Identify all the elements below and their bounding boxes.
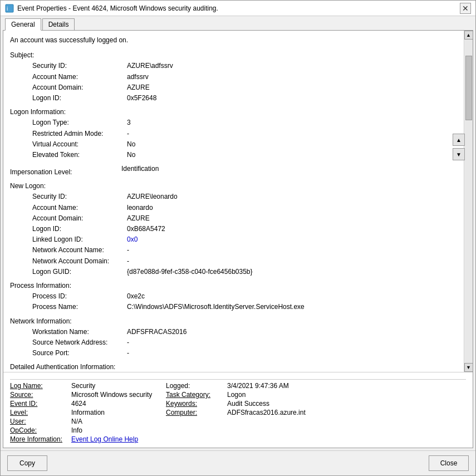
- field-label: Security ID:: [32, 192, 127, 202]
- content-area: An account was successfully logged on. S…: [3, 30, 473, 448]
- field-logon-id-subject: Logon ID: 0x5F2648: [10, 93, 457, 104]
- field-value: 0x0: [127, 234, 138, 245]
- field-label: Source Port:: [32, 348, 127, 359]
- field-value: -: [127, 348, 129, 359]
- field-label: Source Network Address:: [32, 337, 127, 348]
- tab-general[interactable]: General: [5, 18, 41, 31]
- field-value: No: [127, 139, 135, 150]
- field-value: C:\Windows\ADFS\Microsoft.IdentityServer…: [127, 302, 305, 312]
- field-linked-logon-id: Linked Logon ID: 0x0: [10, 234, 457, 245]
- field-process-name: Process Name: C:\Windows\ADFS\Microsoft.…: [10, 302, 457, 312]
- field-logon-guid: Logon GUID: {d87e088d-9fef-c358-c040-fce…: [10, 267, 457, 277]
- source-label: Source:: [10, 391, 71, 399]
- field-process-id: Process ID: 0xe2c: [10, 291, 457, 302]
- field-value: 0x5F2648: [127, 93, 156, 104]
- task-category-value: Logon: [227, 391, 466, 399]
- more-info-link[interactable]: Event Log Online Help: [71, 435, 166, 443]
- field-label: Elevated Token:: [32, 150, 127, 160]
- field-label: Account Domain:: [32, 213, 127, 224]
- field-value: -: [127, 337, 129, 348]
- field-label: Account Domain:: [32, 82, 127, 93]
- event-id-value: 4624: [71, 400, 166, 408]
- close-icon-button[interactable]: ✕: [460, 3, 471, 14]
- field-label: Logon ID:: [32, 93, 127, 104]
- field-label: Network Account Domain:: [32, 256, 127, 267]
- field-label: Virtual Account:: [32, 139, 127, 150]
- log-name-value: Security: [71, 382, 166, 390]
- scroll-thumb[interactable]: [465, 56, 472, 120]
- close-button[interactable]: Close: [429, 455, 469, 471]
- logged-label: Logged:: [166, 382, 227, 390]
- log-name-label: Log Name:: [10, 382, 71, 390]
- section-process-info-header: Process Information:: [10, 281, 457, 291]
- logged-value: 3/4/2021 9:47:36 AM: [227, 382, 466, 390]
- field-value: 3: [127, 117, 131, 128]
- field-label: Logon GUID:: [32, 267, 127, 277]
- section-auth-info-header: Detailed Authentication Information:: [10, 362, 457, 372]
- nav-down-arrow[interactable]: ▼: [453, 148, 465, 160]
- event-detail-panel: An account was successfully logged on. S…: [3, 31, 473, 372]
- level-value: Information: [71, 409, 166, 416]
- field-value: -: [127, 256, 129, 267]
- field-restricted-admin: Restricted Admin Mode: -: [10, 129, 457, 139]
- field-value: -: [127, 245, 129, 256]
- event-id-label: Event ID:: [10, 400, 71, 408]
- field-network-account-domain: Network Account Domain: -: [10, 256, 457, 267]
- field-security-id-subject: Security ID: AZURE\adfssrv: [10, 61, 457, 71]
- scrollbar[interactable]: ▲ ▼: [464, 31, 473, 372]
- computer-value: ADFSfracas2016.azure.int: [227, 409, 466, 416]
- scroll-up-arrow[interactable]: ▲: [464, 31, 473, 40]
- impersonation-value: Identification: [121, 164, 159, 178]
- section-new-logon-header: New Logon:: [10, 181, 457, 192]
- field-virtual-account: Virtual Account: No: [10, 139, 457, 150]
- field-label: Account Name:: [32, 72, 127, 82]
- field-logon-type: Logon Type: 3: [10, 117, 457, 128]
- field-label: Network Account Name:: [32, 245, 127, 256]
- event-text-content: An account was successfully logged on. S…: [3, 31, 464, 372]
- copy-button[interactable]: Copy: [7, 455, 47, 471]
- svg-text:i: i: [7, 6, 8, 12]
- field-value: 0xB68A5472: [127, 224, 165, 234]
- field-source-port: Source Port: -: [10, 348, 457, 359]
- task-category-label: Task Category:: [166, 391, 227, 399]
- field-value: AZURE\adfssrv: [127, 61, 173, 71]
- field-account-domain-new: Account Domain: AZURE: [10, 213, 457, 224]
- nav-up-arrow[interactable]: ▲: [453, 134, 465, 146]
- field-label: Logon Type:: [32, 117, 127, 128]
- field-value: ADFSFRACAS2016: [127, 327, 187, 337]
- tab-bar: General Details: [1, 16, 475, 30]
- field-workstation-name: Workstation Name: ADFSFRACAS2016: [10, 327, 457, 337]
- field-value: AZURE: [127, 82, 150, 93]
- source-value: Microsoft Windows security: [71, 391, 166, 399]
- impersonation-label: Impersonation Level:: [10, 167, 121, 178]
- title-bar: i Event Properties - Event 4624, Microso…: [1, 1, 475, 16]
- field-account-domain-subject: Account Domain: AZURE: [10, 82, 457, 93]
- field-account-name-new: Account Name: leonardo: [10, 203, 457, 213]
- section-subject-header: Subject:: [10, 50, 457, 61]
- field-value: 0xe2c: [127, 291, 145, 302]
- opcode-label: OpCode:: [10, 426, 71, 434]
- bottom-bar: Copy Close: [1, 450, 475, 475]
- field-label: Account Name:: [32, 203, 127, 213]
- field-source-network-address: Source Network Address: -: [10, 337, 457, 348]
- info-panel: Log Name: Security Logged: 3/4/2021 9:47…: [3, 372, 473, 448]
- field-value: AZURE: [127, 213, 150, 224]
- user-label: User:: [10, 418, 71, 425]
- scroll-track[interactable]: [465, 40, 473, 363]
- window-icon: i: [5, 4, 14, 13]
- level-label: Level:: [10, 409, 71, 416]
- keywords-value: Audit Success: [227, 400, 466, 408]
- keywords-label: Keywords:: [166, 400, 227, 408]
- field-network-account-name: Network Account Name: -: [10, 245, 457, 256]
- scroll-down-arrow[interactable]: ▼: [464, 363, 473, 372]
- field-value: -: [127, 129, 129, 139]
- field-label: Process Name:: [32, 302, 127, 312]
- computer-label: Computer:: [166, 409, 227, 416]
- field-label: Process ID:: [32, 291, 127, 302]
- tab-details[interactable]: Details: [42, 18, 75, 30]
- field-value: adfssrv: [127, 72, 149, 82]
- more-info-label: More Information:: [10, 435, 71, 443]
- intro-text: An account was successfully logged on.: [10, 35, 457, 46]
- field-label: Linked Logon ID:: [32, 234, 127, 245]
- field-value: {d87e088d-9fef-c358-c040-fce6456b035b}: [127, 267, 253, 277]
